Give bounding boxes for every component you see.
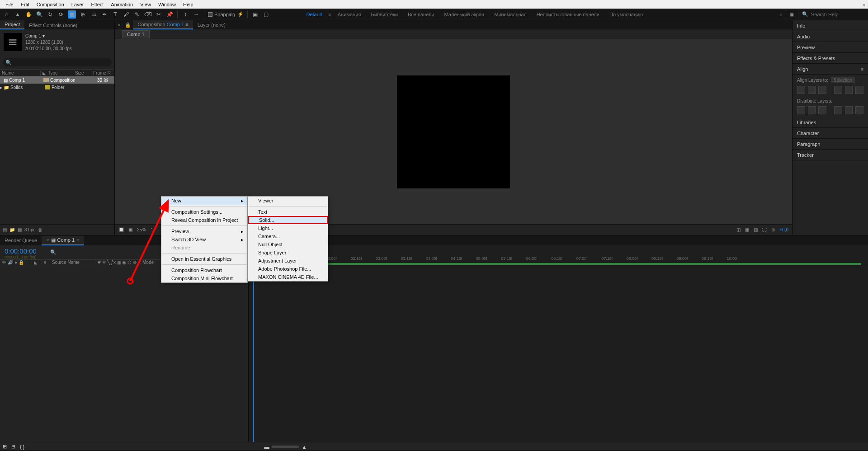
workspace-default2[interactable]: По умолчанию <box>606 12 646 17</box>
workspace-default[interactable]: Default <box>303 12 326 17</box>
pen-tool-icon[interactable]: ✒ <box>100 10 108 19</box>
project-list[interactable]: ▦ Comp 1 Composition 30 ⛓ ▸📁 Solids Fold… <box>0 76 114 224</box>
view-option-icon[interactable]: ▥ <box>754 227 758 232</box>
workspace-smallscreen[interactable]: Маленький экран <box>441 12 488 17</box>
dist-button[interactable] <box>808 106 816 114</box>
chevron-right-icon[interactable]: » <box>859 2 868 7</box>
panel-tracker[interactable]: Tracker <box>793 150 868 160</box>
col-head-type[interactable]: Type <box>46 70 73 75</box>
menu-effect[interactable]: Effect <box>87 2 107 7</box>
eraser-tool-icon[interactable]: ⌫ <box>144 10 152 19</box>
sync-icon[interactable]: ▣ <box>790 11 794 17</box>
toggle-modes-icon[interactable]: ⊟ <box>11 444 15 450</box>
align-top-button[interactable] <box>834 86 842 94</box>
timeline-search[interactable]: 🔍 <box>50 249 57 255</box>
chevron-right-icon[interactable]: » <box>779 12 782 17</box>
view-option-icon[interactable]: ◫ <box>736 227 741 232</box>
dist-button[interactable] <box>818 106 826 114</box>
eye-icon[interactable]: 👁 <box>2 260 6 265</box>
selection-tool-icon[interactable]: ▲ <box>14 10 22 19</box>
lock-icon[interactable]: 🔒 <box>19 260 24 265</box>
brackets-icon[interactable]: { } <box>20 444 24 450</box>
trash-icon[interactable]: 🗑 <box>38 227 42 232</box>
workspace-allpanels[interactable]: Все панели <box>404 12 438 17</box>
dist-button[interactable] <box>797 106 805 114</box>
dist-button[interactable] <box>845 106 853 114</box>
menu-item-miniflowchart[interactable]: Composition Mini-Flowchart <box>161 274 247 282</box>
switches-header[interactable]: ✱ ✲ ╲ ƒx ▦ ◉ ⬡ ⊕ <box>95 260 140 265</box>
project-item-comp1[interactable]: ▦ Comp 1 Composition 30 ⛓ <box>0 76 114 84</box>
align-bottom-button[interactable] <box>855 86 863 94</box>
project-comp-name[interactable]: Comp 1 ▾ <box>25 33 72 39</box>
interpret-icon[interactable]: ▤ <box>3 227 7 232</box>
exposure-value[interactable]: +0,0 <box>779 227 788 232</box>
menu-item-c4d[interactable]: MAXON CINEMA 4D File... <box>248 273 328 281</box>
search-help-input[interactable] <box>811 12 865 17</box>
work-area-bar[interactable] <box>253 263 861 265</box>
workspace-menu-icon[interactable]: ≡ <box>328 12 331 17</box>
menu-item-solid[interactable]: Solid... <box>248 216 328 224</box>
timeline-layer-area[interactable] <box>0 265 249 442</box>
roto-tool-icon[interactable]: ✂ <box>155 10 163 19</box>
brush-tool-icon[interactable]: 🖌 <box>122 10 130 19</box>
new-comp-icon[interactable]: ▦ <box>18 227 22 232</box>
fill-icon[interactable]: ▣ <box>251 10 259 19</box>
magnify-icon[interactable]: 🔲 <box>118 227 124 232</box>
lock-icon[interactable]: 🔒 <box>123 22 133 28</box>
menu-item-switch-3d[interactable]: Switch 3D View▸ <box>161 235 247 244</box>
menu-layer[interactable]: Layer <box>68 2 88 7</box>
orbit-tool-icon[interactable]: ↻ <box>46 10 54 19</box>
menu-item-photoshop[interactable]: Adobe Photoshop File... <box>248 265 328 273</box>
menu-item-reveal[interactable]: Reveal Composition in Project <box>161 216 247 224</box>
menu-composition[interactable]: Composition <box>33 2 68 7</box>
workspace-libraries[interactable]: Библиотеки <box>367 12 401 17</box>
tab-layer-none[interactable]: Layer (none) <box>193 21 230 29</box>
expand-icon[interactable]: ▸ <box>0 85 4 90</box>
stroke-icon[interactable]: ▢ <box>262 10 270 19</box>
menu-file[interactable]: File <box>2 2 17 7</box>
view-option-icon[interactable]: ⛶ <box>762 227 767 232</box>
current-timecode[interactable]: 0:00:00:00 <box>0 245 41 255</box>
panel-character[interactable]: Character <box>793 128 868 139</box>
menu-item-adjustment[interactable]: Adjustment Layer <box>248 257 328 265</box>
menu-help[interactable]: Help <box>179 2 197 7</box>
speaker-icon[interactable]: 🔊 <box>8 260 13 265</box>
panel-libraries[interactable]: Libraries <box>793 117 868 128</box>
rotate-tool-icon[interactable]: ⟳ <box>57 10 65 19</box>
menu-window[interactable]: Window <box>155 2 179 7</box>
menu-item-flowchart[interactable]: Composition Flowchart <box>161 266 247 274</box>
puppet-tool-icon[interactable]: 📌 <box>165 10 174 19</box>
align-vcenter-button[interactable] <box>845 86 853 94</box>
viewer-comp-link[interactable]: Comp 1 <box>167 22 184 27</box>
timeline-track-area[interactable] <box>249 265 868 442</box>
text-tool-icon[interactable]: T <box>111 10 119 19</box>
menu-item-viewer[interactable]: Viewer <box>248 197 328 205</box>
workspace-minimal[interactable]: Минимальная <box>491 12 530 17</box>
shape-tool-icon[interactable]: ▭ <box>90 10 98 19</box>
panel-info[interactable]: Info <box>793 20 868 31</box>
anchor-tool-icon[interactable]: ⊕ <box>79 10 87 19</box>
menu-item-comp-settings[interactable]: Composition Settings... <box>161 208 247 216</box>
tab-render-queue[interactable]: Render Queue <box>0 236 42 244</box>
menu-animation[interactable]: Animation <box>107 2 137 7</box>
label-swatch[interactable] <box>43 78 49 82</box>
align-to-dropdown[interactable]: Selection <box>831 77 855 83</box>
view-option-icon[interactable]: ⊕ <box>771 227 775 232</box>
panel-preview[interactable]: Preview <box>793 42 868 53</box>
solo-icon[interactable]: ● <box>14 260 17 265</box>
panel-effects-presets[interactable]: Effects & Presets <box>793 53 868 64</box>
local-axis-icon[interactable]: ↕ <box>181 10 189 19</box>
tab-timeline-comp1[interactable]: ×▦Comp 1≡ <box>42 236 84 245</box>
menu-item-preview[interactable]: Preview▸ <box>161 227 247 235</box>
breadcrumb-comp1[interactable]: Comp 1 <box>122 30 150 38</box>
align-left-button[interactable] <box>797 86 805 94</box>
dist-button[interactable] <box>834 106 842 114</box>
menu-item-essential-graphics[interactable]: Open in Essential Graphics <box>161 255 247 263</box>
bpc-button[interactable]: 8 bpc <box>24 227 35 232</box>
menu-item-camera[interactable]: Camera... <box>248 232 328 240</box>
project-search[interactable]: 🔍 <box>3 58 112 66</box>
col-head-name[interactable]: Name <box>0 70 41 75</box>
workspace-undocked[interactable]: Непристыкованные панели <box>533 12 603 17</box>
flowchart-icon[interactable]: ⛓ <box>104 78 108 83</box>
zoom-out-icon[interactable]: ▬ <box>264 444 269 450</box>
